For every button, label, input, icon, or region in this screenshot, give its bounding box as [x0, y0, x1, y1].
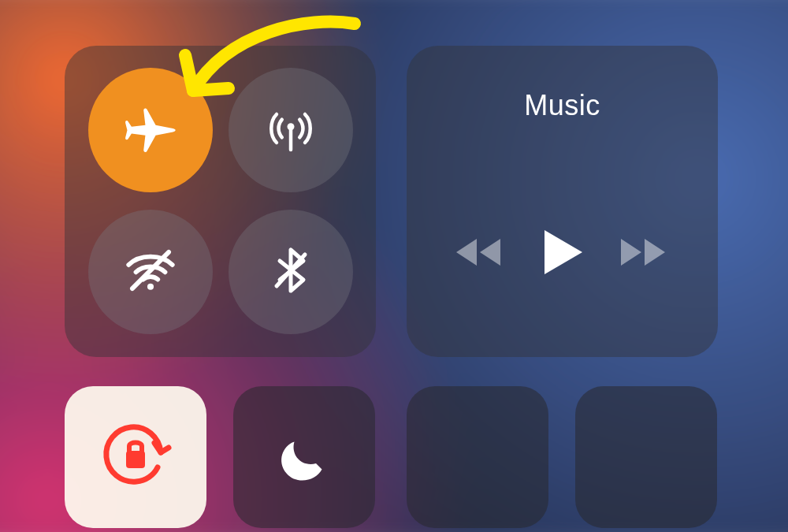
connectivity-panel[interactable]: [65, 46, 376, 357]
orientation-lock-icon: [96, 416, 175, 498]
svg-rect-5: [126, 451, 145, 468]
orientation-lock-button[interactable]: [65, 386, 206, 528]
airplane-icon: [123, 101, 178, 159]
control-tile-placeholder-2[interactable]: [575, 386, 717, 528]
cellular-data-button[interactable]: [229, 68, 353, 192]
rewind-button[interactable]: [453, 233, 508, 272]
bluetooth-button[interactable]: [229, 210, 353, 334]
wifi-off-icon: [121, 241, 180, 303]
svg-point-2: [147, 284, 154, 290]
forward-button[interactable]: [616, 233, 671, 272]
bluetooth-off-icon: [266, 245, 316, 299]
media-controls: [407, 227, 718, 277]
wifi-button[interactable]: [88, 210, 213, 334]
control-tile-placeholder-1[interactable]: [407, 386, 548, 528]
do-not-disturb-button[interactable]: [233, 386, 375, 528]
play-button[interactable]: [538, 227, 585, 277]
media-panel[interactable]: Music: [407, 46, 718, 357]
airplane-mode-button[interactable]: [88, 68, 213, 192]
moon-icon: [273, 424, 336, 490]
now-playing-title: Music: [407, 89, 718, 122]
cellular-antenna-icon: [262, 100, 319, 160]
